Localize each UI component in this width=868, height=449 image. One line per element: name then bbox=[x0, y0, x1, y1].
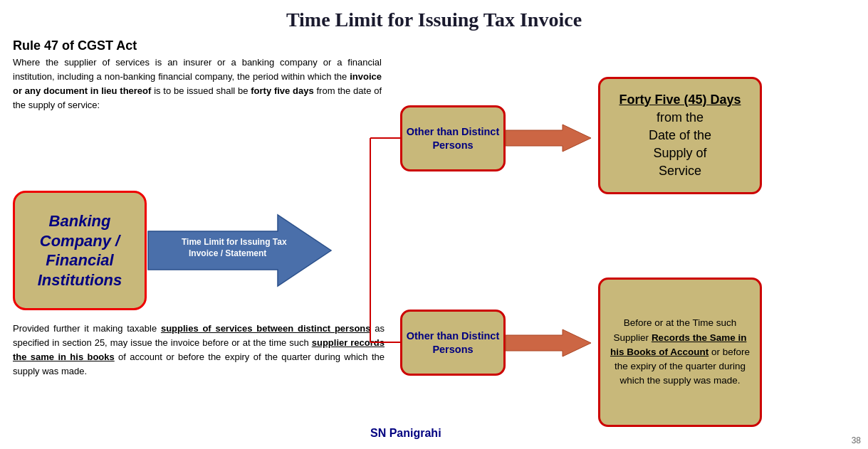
outcome-box-top: Forty Five (45) Days from theDate of the… bbox=[598, 77, 762, 194]
arrow-to-outcome-bottom bbox=[506, 329, 591, 356]
supplier-records-underline: supplier records the same in his books bbox=[13, 337, 385, 362]
distinct-persons-top-text: Other than Distinct Persons bbox=[402, 125, 503, 152]
records-same-text: Records the Same in his Books of Account bbox=[610, 332, 746, 357]
banking-company-text: BankingCompany /FinancialInstitutions bbox=[38, 211, 122, 290]
supplies-underline: supplies of services between distinct pe… bbox=[161, 323, 371, 334]
banking-company-box: BankingCompany /FinancialInstitutions bbox=[13, 191, 147, 310]
distinct-persons-box-bottom: Other than Distinct Persons bbox=[400, 310, 506, 376]
page-title: Time Limit for Issuing Tax Invoice bbox=[0, 0, 868, 36]
rule-bold-2: forty five days bbox=[251, 85, 313, 96]
rule-title: Rule 47 of CGST Act bbox=[13, 38, 868, 53]
distinct-persons-box-top: Other than Distinct Persons bbox=[400, 105, 506, 171]
outcome-top-content: Forty Five (45) Days from theDate of the… bbox=[606, 91, 754, 181]
forty-five-days-text: Forty Five (45) Days bbox=[619, 93, 741, 107]
blue-arrow-label-line2: Invoice / Statement bbox=[189, 248, 266, 258]
outcome-box-bottom: Before or at the Time such Supplier Reco… bbox=[598, 278, 762, 427]
rule-bold-1: invoice or any document in lieu thereof bbox=[13, 71, 382, 96]
page-number: 38 bbox=[852, 435, 861, 445]
blue-arrow-shape bbox=[148, 215, 331, 286]
distinct-persons-bottom-text: Other than Distinct Persons bbox=[402, 329, 503, 356]
provided-further-text: Provided further it making taxable suppl… bbox=[13, 322, 385, 379]
outcome-bottom-content: Before or at the Time such Supplier Reco… bbox=[607, 316, 753, 388]
rule-description: Where the supplier of services is an ins… bbox=[13, 56, 382, 113]
sn-panigrahi-label: SN Panigrahi bbox=[370, 427, 441, 440]
arrow-to-outcome-top bbox=[506, 125, 591, 152]
blue-arrow-label-line1: Time Limit for Issuing Tax bbox=[182, 237, 287, 247]
